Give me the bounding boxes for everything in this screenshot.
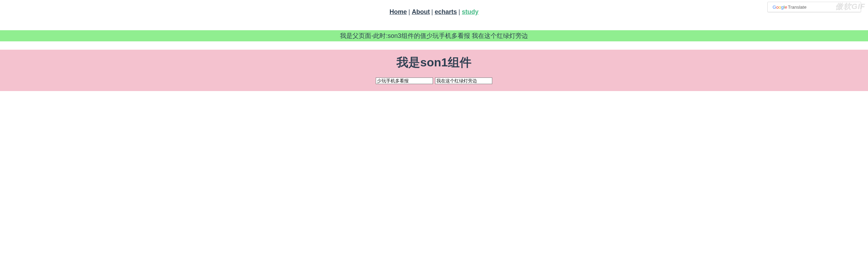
parent-page-bar: 我是父页面-此时:son3组件的值少玩手机多看报 我在这个红绿灯旁边 [0,30,868,41]
google-translate-widget[interactable]: Google Translate [767,2,861,12]
nav-echarts[interactable]: echarts [435,8,457,15]
nav-separator: | [408,8,412,15]
input-row [0,77,868,84]
son1-input-2[interactable] [435,77,492,84]
google-logo: Google [773,5,787,10]
nav-about[interactable]: About [412,8,430,15]
son1-input-1[interactable] [376,77,433,84]
son1-component: 我是son1组件 [0,50,868,91]
translate-label: Translate [788,5,807,10]
top-nav: Home | About | echarts | study [0,0,868,24]
nav-home[interactable]: Home [390,8,407,15]
son1-title: 我是son1组件 [0,55,868,71]
nav-separator: | [431,8,435,15]
nav-separator: | [459,8,462,15]
nav-study[interactable]: study [462,8,478,15]
